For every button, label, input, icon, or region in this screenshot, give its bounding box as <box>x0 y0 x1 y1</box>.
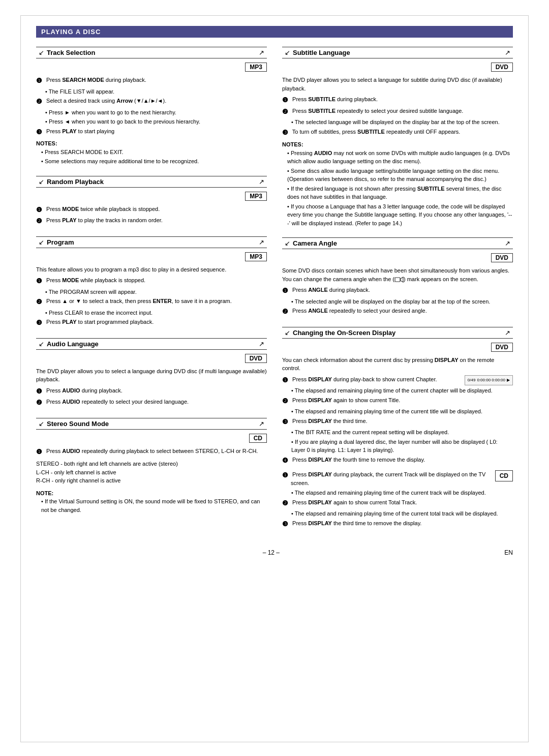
program-title: Program <box>47 238 74 246</box>
page-number: – 12 – <box>263 549 280 556</box>
cd-step-1: ❶ Press DISPLAY during playback, the cur… <box>282 470 495 487</box>
al-step-2: ❷ Press AUDIO repeatedly to select your … <box>36 398 267 408</box>
page-lang: EN <box>504 549 513 556</box>
rp-step-1: ❶ Press MODE twice while playback is sto… <box>36 205 267 215</box>
audio-language-title: Audio Language <box>47 340 99 348</box>
prog-step-1: ❶ Press MODE while playback is stopped. <box>36 276 267 286</box>
svg-rect-0 <box>395 278 400 282</box>
main-content: ↙ Track Selection ↗ MP3 ❶ Press SEARCH M… <box>36 47 513 539</box>
track-selection-header: ↙ Track Selection ↗ <box>36 47 267 58</box>
random-playback-badge: MP3 <box>245 192 267 201</box>
program-section: ↙ Program ↗ MP3 This feature allows you … <box>36 236 267 328</box>
subtitle-language-badge: DVD <box>491 63 513 72</box>
arrow-right-icon: ↗ <box>505 329 510 337</box>
stereo-sound-header: ↙ Stereo Sound Mode ↗ <box>36 418 267 430</box>
random-playback-section: ↙ Random Playback ↗ MP3 ❶ Press MODE twi… <box>36 176 267 226</box>
step-2: ❷ Select a desired track using Arrow (▼/… <box>36 97 267 107</box>
track-selection-content: ❶ Press SEARCH MODE during playback. The… <box>36 76 267 166</box>
ss-step-1: ❶ Press AUDIO repeatedly during playback… <box>36 447 267 457</box>
arrow-left-icon: ↙ <box>39 238 44 246</box>
subtitle-language-content: The DVD player allows you to select a la… <box>282 76 513 227</box>
stereo-sound-title: Stereo Sound Mode <box>47 420 109 428</box>
track-selection-title: Track Selection <box>47 49 95 56</box>
program-header: ↙ Program ↗ <box>36 236 267 248</box>
step-1: ❶ Press SEARCH MODE during playback. <box>36 76 267 86</box>
osd-header: ↙ Changing the On-Screen Display ↗ <box>282 327 513 339</box>
osd-title: Changing the On-Screen Display <box>293 329 395 337</box>
random-playback-content: ❶ Press MODE twice while playback is sto… <box>36 205 267 226</box>
step-3: ❸ Press PLAY to start playing <box>36 127 267 137</box>
osd-content: You can check information about the curr… <box>282 356 513 529</box>
osd-cd-badge: CD <box>495 470 513 481</box>
camera-angle-section: ↙ Camera Angle ↗ DVD Some DVD discs cont… <box>282 237 513 317</box>
cd-step-2: ❷ Press DISPLAY again to show current To… <box>282 498 513 508</box>
cd-step-3: ❸ Press DISPLAY the third time to remove… <box>282 519 513 529</box>
arrow-right-icon: ↗ <box>259 238 264 246</box>
arrow-left-icon: ↙ <box>285 49 290 56</box>
track-selection-badge: MP3 <box>245 63 267 72</box>
osd-step-2: ❷ Press DISPLAY again to show current Ti… <box>282 396 513 406</box>
audio-language-badge: DVD <box>245 354 267 363</box>
ca-step-2: ❷ Press ANGLE repeatedly to select your … <box>282 307 513 317</box>
sl-step-1: ❶ Press SUBTITLE during playback. <box>282 95 513 105</box>
arrow-right-icon: ↗ <box>259 49 264 56</box>
arrow-right-icon: ↗ <box>505 239 510 247</box>
prog-step-2: ❷ Press ▲ or ▼ to select a track, then p… <box>36 297 267 307</box>
osd-step-3: ❸ Press DISPLAY the third time. <box>282 417 513 427</box>
osd-step-4: ❹ Press DISPLAY the fourth time to remov… <box>282 456 513 466</box>
random-playback-header: ↙ Random Playback ↗ <box>36 176 267 188</box>
stereo-sound-content: ❶ Press AUDIO repeatedly during playback… <box>36 447 267 515</box>
random-playback-title: Random Playback <box>47 178 104 186</box>
camera-angle-content: Some DVD discs contain scenes which have… <box>282 266 513 317</box>
osd-badge: DVD <box>491 343 513 352</box>
program-content: This feature allows you to program a mp3… <box>36 265 267 328</box>
arrow-left-icon: ↙ <box>39 49 44 56</box>
rp-step-2: ❷ Press PLAY to play the tracks in rando… <box>36 216 267 226</box>
osd-section: ↙ Changing the On-Screen Display ↗ DVD Y… <box>282 327 513 529</box>
audio-language-header: ↙ Audio Language ↗ <box>36 338 267 350</box>
right-column: ↙ Subtitle Language ↗ DVD The DVD player… <box>282 47 513 539</box>
ca-step-1: ❶ Press ANGLE during playback. <box>282 286 513 296</box>
arrow-right-icon: ↗ <box>259 420 264 428</box>
arrow-right-icon: ↗ <box>505 49 510 56</box>
subtitle-language-header: ↙ Subtitle Language ↗ <box>282 47 513 58</box>
arrow-left-icon: ↙ <box>285 239 290 247</box>
arrow-left-icon: ↙ <box>39 178 44 186</box>
prog-step-3: ❸ Press PLAY to start programmed playbac… <box>36 318 267 328</box>
arrow-right-icon: ↗ <box>259 340 264 348</box>
left-column: ↙ Track Selection ↗ MP3 ❶ Press SEARCH M… <box>36 47 267 539</box>
arrow-left-icon: ↙ <box>285 329 290 337</box>
camera-angle-title: Camera Angle <box>293 239 337 247</box>
arrow-right-icon: ↗ <box>259 178 264 186</box>
track-selection-section: ↙ Track Selection ↗ MP3 ❶ Press SEARCH M… <box>36 47 267 166</box>
osd-step-1: ❶ Press DISPLAY during play-back to show… <box>282 375 461 385</box>
sl-step-2: ❷ Press SUBTITLE repeatedly to select yo… <box>282 107 513 117</box>
display-icon: 0/49 0:00:00 0:00:00 ▶ <box>465 375 513 385</box>
audio-language-section: ↙ Audio Language ↗ DVD The DVD player al… <box>36 338 267 408</box>
subtitle-language-section: ↙ Subtitle Language ↗ DVD The DVD player… <box>282 47 513 227</box>
stereo-sound-section: ↙ Stereo Sound Mode ↗ CD ❶ Press AUDIO r… <box>36 418 267 515</box>
page-container: PLAYING A DISC ↙ Track Selection ↗ MP3 ❶… <box>20 15 529 742</box>
arrow-left-icon: ↙ <box>39 340 44 348</box>
main-title: PLAYING A DISC <box>41 28 101 36</box>
camera-angle-badge: DVD <box>491 253 513 262</box>
subtitle-language-title: Subtitle Language <box>293 49 350 56</box>
main-header: PLAYING A DISC <box>36 26 513 38</box>
camera-angle-header: ↙ Camera Angle ↗ <box>282 237 513 249</box>
audio-language-content: The DVD player allows you to select a la… <box>36 367 267 408</box>
program-badge: MP3 <box>245 252 267 261</box>
page-footer: – 12 – EN <box>36 549 513 556</box>
svg-marker-1 <box>401 277 403 282</box>
al-step-1: ❶ Press AUDIO during playback. <box>36 386 267 397</box>
stereo-sound-badge: CD <box>249 434 267 443</box>
arrow-left-icon: ↙ <box>39 420 44 428</box>
sl-step-3: ❸ To turn off subtitles, press SUBTITLE … <box>282 128 513 138</box>
